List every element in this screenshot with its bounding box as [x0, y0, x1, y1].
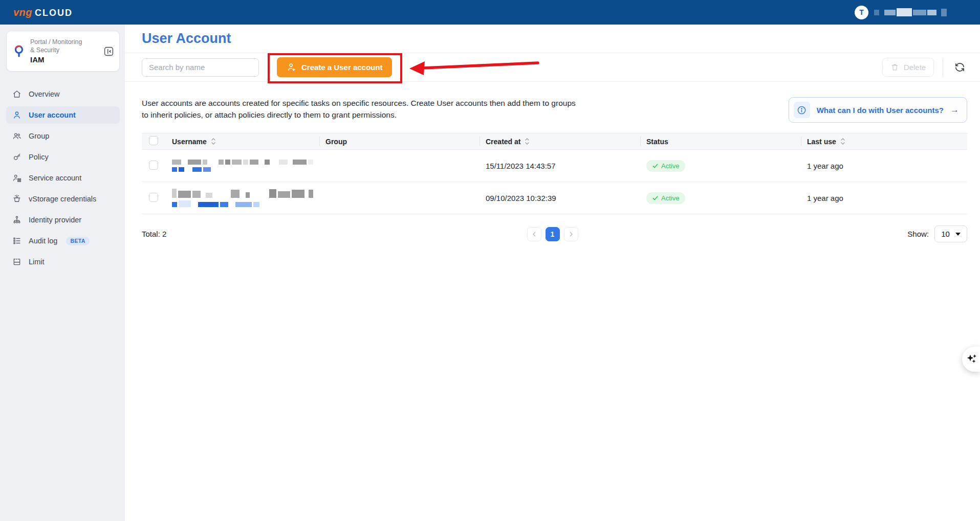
pager: 1: [527, 227, 578, 241]
ai-assistant-button[interactable]: [962, 347, 980, 372]
sidebar-item-vstorage-credentials[interactable]: vStorage credentials: [6, 190, 120, 208]
column-header-last-use[interactable]: Last use: [807, 138, 961, 146]
logo-vng-text: vng: [13, 7, 32, 18]
group-icon: [12, 131, 21, 141]
limit-icon: [12, 257, 21, 266]
redacted-username: [172, 189, 313, 207]
select-all-checkbox[interactable]: [149, 136, 158, 145]
page-description: User accounts are accounts created for s…: [142, 97, 579, 121]
audit-log-icon: [12, 236, 21, 245]
status-badge: Active: [646, 160, 685, 172]
refresh-icon: [954, 61, 966, 73]
product-info: Portal / Monitoring & Security IAM: [30, 38, 82, 64]
status-badge: Active: [646, 192, 685, 204]
column-header-status[interactable]: Status: [646, 138, 795, 146]
top-navigation-bar: vng CLOUD T: [0, 0, 980, 25]
column-header-created-at[interactable]: Created at: [486, 138, 634, 146]
toolbar-divider: [943, 59, 943, 76]
redacted-account-name: [874, 8, 947, 16]
pagination-bar: Total: 2 1 Show: 10: [125, 214, 980, 242]
created-at-cell: 09/10/2023 10:32:39: [480, 182, 640, 214]
chevron-left-icon: [531, 231, 537, 237]
sidebar-item-limit[interactable]: Limit: [6, 253, 120, 270]
breadcrumb: Portal / Monitoring & Security: [30, 38, 82, 54]
avatar[interactable]: T: [855, 6, 868, 19]
check-icon: [652, 163, 658, 169]
iam-product-icon: [13, 44, 25, 58]
redacted-links: [172, 200, 313, 207]
last-use-cell: 1 year ago: [801, 150, 967, 182]
sort-icon: [211, 138, 216, 145]
key-icon: [12, 152, 21, 162]
sidebar-item-audit-log[interactable]: Audit log BETA: [6, 232, 120, 250]
group-cell: [319, 150, 480, 182]
page-title: User Account: [142, 31, 231, 47]
beta-badge: BETA: [66, 237, 89, 245]
sparkles-icon: [966, 353, 979, 366]
page-1-button[interactable]: 1: [546, 227, 560, 241]
storage-basket-icon: [12, 194, 21, 203]
created-at-cell: 15/11/2023 14:43:57: [480, 150, 640, 182]
info-banner-link[interactable]: What can I do with User accounts? →: [789, 97, 967, 123]
sidebar-collapse-icon[interactable]: [103, 46, 114, 57]
page-size-select[interactable]: 10: [934, 225, 967, 242]
previous-page-button[interactable]: [527, 227, 541, 241]
user-table: Username Group Created at: [142, 133, 967, 214]
vngcloud-logo[interactable]: vng CLOUD: [13, 7, 73, 18]
toolbar: Create a User account Delete: [125, 53, 980, 82]
redacted-username: [172, 160, 313, 172]
sidebar-item-service-account[interactable]: Service account: [6, 169, 120, 187]
redacted-links: [172, 167, 313, 172]
home-icon: [12, 89, 21, 99]
logo-cloud-text: CLOUD: [35, 8, 73, 18]
next-page-button[interactable]: [564, 227, 578, 241]
table-row: 15/11/2023 14:43:57 Active 1 year ago: [142, 150, 967, 182]
chevron-down-icon: [955, 233, 961, 236]
arrow-right-icon: →: [950, 105, 959, 115]
info-icon: [794, 102, 810, 118]
column-header-group[interactable]: Group: [325, 138, 473, 146]
row-checkbox[interactable]: [149, 193, 158, 202]
show-label: Show:: [907, 230, 929, 238]
sidebar-item-user-account[interactable]: User account: [6, 106, 120, 124]
create-user-account-button[interactable]: Create a User account: [277, 57, 392, 77]
check-icon: [652, 195, 658, 201]
table-row: 09/10/2023 10:32:39 Active 1 year ago: [142, 182, 967, 214]
sort-icon: [525, 138, 530, 145]
user-menu[interactable]: T: [855, 6, 947, 19]
main-content: User Account Create a User account Delet…: [125, 25, 980, 521]
product-title: IAM: [30, 55, 82, 64]
sort-icon: [840, 138, 845, 145]
refresh-button[interactable]: [952, 60, 967, 75]
app-window: vng CLOUD T: [0, 0, 980, 521]
identity-provider-icon: [12, 215, 21, 224]
sidebar-item-policy[interactable]: Policy: [6, 148, 120, 166]
row-checkbox[interactable]: [149, 161, 158, 170]
search-input[interactable]: [142, 58, 259, 77]
product-card: Portal / Monitoring & Security IAM: [6, 31, 120, 72]
sidebar: Portal / Monitoring & Security IAM: [0, 25, 125, 521]
sidebar-nav: Overview User account Group Policy Servi…: [6, 85, 120, 270]
column-header-username[interactable]: Username: [172, 138, 313, 146]
user-icon: [12, 110, 21, 120]
trash-icon: [890, 63, 899, 72]
service-account-icon: [12, 173, 21, 183]
sidebar-item-group[interactable]: Group: [6, 127, 120, 145]
user-plus-icon: [287, 62, 296, 72]
last-use-cell: 1 year ago: [801, 182, 967, 214]
chevron-right-icon: [568, 231, 574, 237]
table-header-row: Username Group Created at: [142, 133, 967, 150]
group-cell: [319, 182, 480, 214]
total-count: Total: 2: [142, 230, 166, 238]
delete-button[interactable]: Delete: [882, 58, 934, 77]
sidebar-item-identity-provider[interactable]: Identity provider: [6, 211, 120, 229]
info-link-text: What can I do with User accounts?: [817, 106, 944, 115]
sidebar-item-overview[interactable]: Overview: [6, 85, 120, 103]
